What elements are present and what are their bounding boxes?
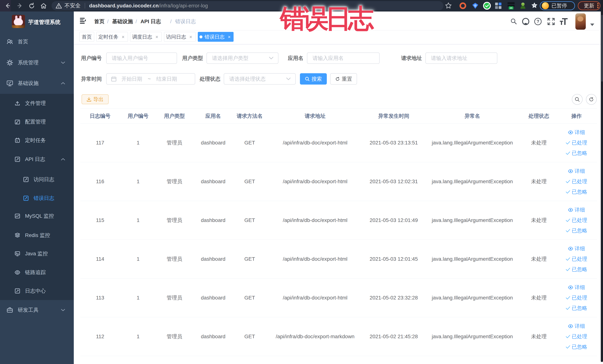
svg-text:?: ? xyxy=(537,19,539,24)
svg-text:on: on xyxy=(510,7,512,9)
